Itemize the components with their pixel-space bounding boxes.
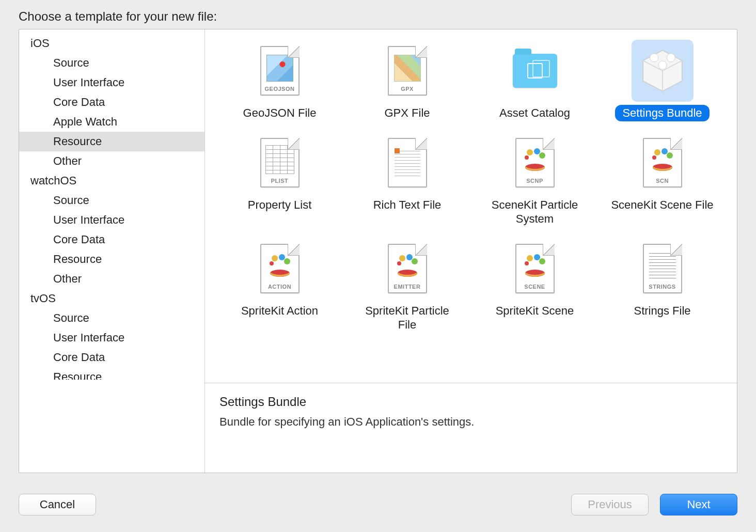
template-label: Asset Catalog [492, 105, 577, 121]
cancel-button[interactable]: Cancel [19, 494, 96, 515]
sidebar-item-tvos-source[interactable]: Source [19, 308, 204, 328]
sk-action-file-icon: ACTION [260, 244, 300, 293]
template-label: GeoJSON File [236, 105, 324, 121]
scn-file-icon: SCN [643, 138, 682, 187]
settings-bundle-icon [639, 48, 686, 94]
template-chooser-panel: iOS Source User Interface Core Data Appl… [19, 29, 737, 473]
svg-point-3 [667, 54, 675, 62]
sidebar-item-ios-resource[interactable]: Resource [19, 132, 204, 151]
sidebar-item-ios-apple-watch[interactable]: Apple Watch [19, 112, 204, 132]
template-label: GPX File [377, 105, 437, 121]
sheet-heading: Choose a template for your new file: [19, 9, 737, 24]
sidebar-item-tvos-resource[interactable]: Resource [19, 367, 204, 380]
sidebar-item-watchos-core-data[interactable]: Core Data [19, 230, 204, 249]
template-property-list[interactable]: PLIST Property List [218, 132, 341, 227]
sidebar-platform-watchos[interactable]: watchOS [19, 171, 204, 191]
template-scenekit-scene-file[interactable]: SCN SceneKit Scene File [601, 132, 723, 227]
template-label: SpriteKit Particle File [348, 303, 467, 333]
next-button[interactable]: Next [660, 494, 737, 515]
plist-file-icon: PLIST [260, 138, 300, 187]
template-geojson-file[interactable]: GEOJSON GeoJSON File [218, 40, 341, 121]
sidebar-platform-ios[interactable]: iOS [19, 34, 204, 53]
template-spritekit-scene[interactable]: SCENE SpriteKit Scene [474, 238, 596, 333]
template-label: SceneKit Scene File [604, 197, 720, 213]
template-gpx-file[interactable]: GPX GPX File [346, 40, 468, 121]
gpx-file-icon: GPX [388, 46, 427, 96]
sidebar-item-ios-core-data[interactable]: Core Data [19, 92, 204, 112]
template-strings-file[interactable]: STRINGS Strings File [601, 238, 723, 333]
template-grid: GEOJSON GeoJSON File GPX GPX File [205, 29, 737, 383]
sidebar-item-watchos-source[interactable]: Source [19, 191, 204, 210]
template-label: SpriteKit Scene [489, 303, 581, 319]
strings-file-icon: STRINGS [643, 244, 682, 293]
template-label: SceneKit Particle System [476, 197, 594, 227]
sk-scene-file-icon: SCENE [515, 244, 555, 293]
sk-emitter-file-icon: EMITTER [388, 244, 427, 293]
sidebar-item-tvos-core-data[interactable]: Core Data [19, 348, 204, 367]
description-title: Settings Bundle [219, 395, 722, 409]
template-asset-catalog[interactable]: Asset Catalog [474, 40, 596, 121]
template-label: Settings Bundle [615, 105, 709, 121]
template-spritekit-particle-file[interactable]: EMITTER SpriteKit Particle File [346, 238, 468, 333]
description-text: Bundle for specifying an iOS Application… [219, 415, 722, 429]
platform-sidebar: iOS Source User Interface Core Data Appl… [19, 29, 205, 473]
scnp-file-icon: SCNP [515, 138, 555, 187]
geojson-file-icon: GEOJSON [260, 46, 300, 96]
template-label: Strings File [626, 303, 698, 319]
rtf-file-icon [388, 138, 427, 187]
sheet-footer: Cancel Previous Next [19, 494, 737, 515]
template-description-box: Settings Bundle Bundle for specifying an… [205, 383, 737, 473]
sidebar-item-ios-other[interactable]: Other [19, 151, 204, 171]
template-label: Rich Text File [366, 197, 449, 213]
sidebar-platform-tvos[interactable]: tvOS [19, 289, 204, 308]
sidebar-item-ios-source[interactable]: Source [19, 53, 204, 73]
sidebar-item-ios-user-interface[interactable]: User Interface [19, 73, 204, 92]
template-label: Property List [241, 197, 319, 213]
asset-catalog-folder-icon [513, 54, 557, 88]
svg-point-2 [650, 54, 658, 62]
template-rich-text-file[interactable]: Rich Text File [346, 132, 468, 227]
template-scenekit-particle-system[interactable]: SCNP SceneKit Particle System [474, 132, 596, 227]
template-settings-bundle[interactable]: Settings Bundle [601, 40, 723, 121]
sidebar-item-watchos-user-interface[interactable]: User Interface [19, 210, 204, 230]
template-label: SpriteKit Action [234, 303, 325, 319]
svg-point-4 [658, 61, 666, 69]
new-file-template-sheet: Choose a template for your new file: iOS… [0, 0, 751, 527]
template-spritekit-action[interactable]: ACTION SpriteKit Action [218, 238, 341, 333]
previous-button: Previous [571, 494, 649, 515]
sidebar-item-watchos-resource[interactable]: Resource [19, 249, 204, 269]
sidebar-item-tvos-user-interface[interactable]: User Interface [19, 328, 204, 348]
sidebar-item-watchos-other[interactable]: Other [19, 269, 204, 289]
template-main-area: GEOJSON GeoJSON File GPX GPX File [205, 29, 737, 473]
